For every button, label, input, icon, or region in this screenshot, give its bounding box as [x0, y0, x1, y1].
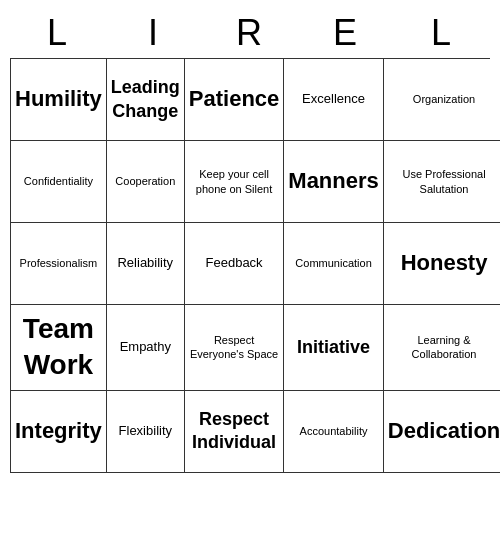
cell-0-4: Organization [384, 59, 500, 141]
cell-0-0: Humility [11, 59, 107, 141]
cell-3-3: Initiative [284, 305, 383, 391]
cell-0-3: Excellence [284, 59, 383, 141]
cell-3-1: Empathy [107, 305, 185, 391]
cell-4-1: Flexibility [107, 391, 185, 473]
cell-3-0: Team Work [11, 305, 107, 391]
cell-4-4: Dedication [384, 391, 500, 473]
cell-3-4: Learning & Collaboration [384, 305, 500, 391]
cell-2-2: Feedback [185, 223, 285, 305]
cell-0-1: Leading Change [107, 59, 185, 141]
cell-2-1: Reliability [107, 223, 185, 305]
cell-4-2: Respect Individual [185, 391, 285, 473]
cell-2-4: Honesty [384, 223, 500, 305]
cell-1-1: Cooperation [107, 141, 185, 223]
header-letter-0: L [10, 8, 106, 58]
bingo-grid: HumilityLeading ChangePatienceExcellence… [10, 58, 490, 473]
cell-1-0: Confidentiality [11, 141, 107, 223]
cell-1-4: Use Professional Salutation [384, 141, 500, 223]
cell-1-2: Keep your cell phone on Silent [185, 141, 285, 223]
header-letter-3: E [298, 8, 394, 58]
cell-2-0: Professionalism [11, 223, 107, 305]
header-letter-1: I [106, 8, 202, 58]
header-letter-2: R [202, 8, 298, 58]
cell-2-3: Communication [284, 223, 383, 305]
cell-3-2: Respect Everyone's Space [185, 305, 285, 391]
cell-1-3: Manners [284, 141, 383, 223]
cell-4-0: Integrity [11, 391, 107, 473]
cell-0-2: Patience [185, 59, 285, 141]
header-letter-4: L [394, 8, 490, 58]
bingo-header: LIREL [10, 8, 490, 58]
bingo-card: LIREL HumilityLeading ChangePatienceExce… [10, 8, 490, 473]
cell-4-3: Accountability [284, 391, 383, 473]
